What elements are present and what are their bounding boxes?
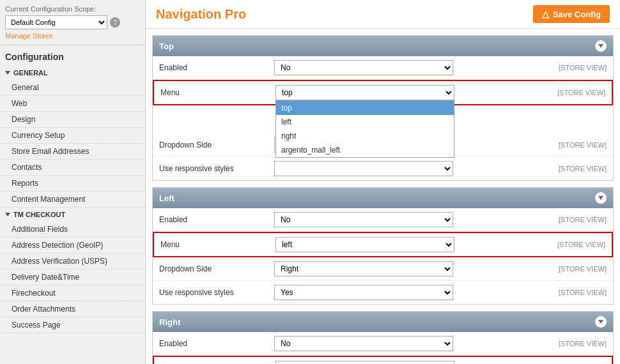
left-menu-control: left	[275, 237, 548, 252]
left-dropdown-side-control: Right	[274, 261, 549, 277]
sidebar-item-success-page[interactable]: Success Page	[0, 317, 145, 333]
sidebar-item-firecheckout[interactable]: Firecheckout	[0, 285, 145, 301]
section-right-header[interactable]: Right	[153, 312, 613, 332]
right-enabled-select[interactable]: No	[274, 336, 453, 351]
sidebar-item-reports[interactable]: Reports	[0, 176, 145, 192]
sidebar: Current Configuration Scope: Default Con…	[0, 0, 146, 364]
save-icon: △	[542, 9, 549, 19]
section-top-header[interactable]: Top	[153, 36, 613, 56]
main-header: Navigation Pro △ Save Config	[146, 0, 620, 29]
left-enabled-control: No	[274, 212, 549, 227]
sidebar-item-order-attachments[interactable]: Order Attachments	[0, 301, 145, 317]
scope-select[interactable]: Default Config	[5, 15, 107, 29]
section-left-header[interactable]: Left	[153, 188, 613, 208]
sidebar-item-delivery-date[interactable]: Delivery Date&Time	[0, 269, 145, 285]
save-config-button[interactable]: △ Save Config	[533, 5, 610, 23]
top-responsive-store-view: [STORE VIEW]	[549, 165, 607, 172]
dropdown-option-left[interactable]: left	[276, 115, 454, 129]
sidebar-item-content[interactable]: Content Management	[0, 192, 145, 208]
top-enabled-row: Enabled No [STORE VIEW]	[153, 56, 613, 80]
right-enabled-control: No	[274, 336, 549, 351]
top-menu-select[interactable]: top	[275, 85, 454, 100]
sidebar-item-design[interactable]: Design	[0, 112, 145, 128]
section-left-title: Left	[159, 193, 174, 203]
top-responsive-select[interactable]	[274, 161, 453, 176]
left-menu-row: Menu left [STORE VIEW]	[153, 232, 613, 257]
scope-help-icon[interactable]: ?	[110, 17, 120, 27]
top-responsive-label: Use responsive styles	[159, 164, 274, 173]
section-right-title: Right	[159, 317, 180, 327]
section-top-body: Enabled No [STORE VIEW] Menu top	[153, 56, 613, 180]
sidebar-item-contacts[interactable]: Contacts	[0, 160, 145, 176]
config-header: Configuration	[0, 45, 145, 66]
left-responsive-control: Yes	[274, 285, 549, 300]
scope-select-row: Default Config ?	[5, 15, 140, 29]
top-enabled-store-view: [STORE VIEW]	[549, 64, 607, 72]
left-enabled-row: Enabled No [STORE VIEW]	[153, 208, 613, 232]
top-enabled-select[interactable]: No	[274, 60, 453, 75]
left-responsive-store-view: [STORE VIEW]	[549, 289, 607, 296]
scope-label: Current Configuration Scope:	[5, 5, 140, 13]
top-menu-store-view: [STORE VIEW]	[548, 89, 605, 96]
section-top-toggle[interactable]	[595, 40, 607, 52]
checkout-section-arrow	[5, 213, 10, 216]
dropdown-option-argento[interactable]: argento_mall_left	[276, 143, 454, 157]
sidebar-item-web[interactable]: Web	[0, 96, 145, 112]
sidebar-item-currency[interactable]: Currency Setup	[0, 128, 145, 144]
general-section-arrow	[5, 71, 10, 75]
left-enabled-store-view: [STORE VIEW]	[549, 216, 607, 224]
top-menu-dropdown-overlay: top left right argento_mall_left	[275, 100, 454, 158]
sidebar-item-additional-fields[interactable]: Additional Fields	[0, 222, 145, 238]
top-menu-control: top top left right argento_mall_left	[275, 85, 548, 100]
section-top-toggle-arrow	[598, 44, 603, 48]
save-button-label: Save Config	[553, 10, 601, 19]
sidebar-section-general: GENERAL General Web Design Currency Setu…	[0, 66, 145, 208]
manage-stores-link[interactable]: Manage Stores	[5, 32, 140, 40]
dropdown-option-right[interactable]: right	[276, 129, 454, 143]
left-responsive-select[interactable]: Yes	[274, 285, 453, 300]
right-menu-control: right	[275, 361, 548, 364]
left-dropdown-side-select[interactable]: Right	[274, 261, 453, 277]
checkout-section-items: Additional Fields Address Detection (Geo…	[0, 222, 145, 333]
sidebar-section-checkout-header[interactable]: TM CHECKOUT	[0, 208, 145, 222]
top-dropdown-side-label: Dropdown Side	[159, 140, 274, 149]
top-menu-label: Menu	[160, 88, 275, 97]
general-section-items: General Web Design Currency Setup Store …	[0, 80, 145, 208]
sidebar-item-general[interactable]: General	[0, 80, 145, 96]
left-dropdown-side-label: Dropdown Side	[159, 264, 274, 273]
sidebar-item-address-detection[interactable]: Address Detection (GeoIP)	[0, 238, 145, 254]
sidebar-item-store-email[interactable]: Store Email Addresses	[0, 144, 145, 160]
right-enabled-row: Enabled No [STORE VIEW]	[153, 332, 613, 356]
right-menu-row: Menu right [STORE VIEW]	[153, 356, 613, 364]
sidebar-section-general-header[interactable]: GENERAL	[0, 66, 145, 80]
section-right-body: Enabled No [STORE VIEW] Menu right	[153, 332, 613, 364]
left-responsive-row: Use responsive styles Yes [STORE VIEW]	[153, 281, 613, 304]
top-responsive-row: Use responsive styles [STORE VIEW]	[153, 157, 613, 180]
section-right-toggle[interactable]	[595, 316, 607, 328]
section-left-toggle-arrow	[598, 196, 603, 200]
right-menu-select[interactable]: right	[275, 361, 454, 364]
top-dropdown-side-store-view: [STORE VIEW]	[549, 141, 607, 149]
sidebar-item-address-verification[interactable]: Address Verification (USPS)	[0, 254, 145, 269]
top-responsive-control	[274, 161, 549, 176]
section-left-toggle[interactable]	[595, 192, 607, 204]
left-dropdown-side-store-view: [STORE VIEW]	[549, 265, 607, 273]
dropdown-option-top[interactable]: top	[276, 101, 454, 115]
section-right: Right Enabled No [STORE VIEW] Menu	[152, 311, 614, 364]
top-enabled-label: Enabled	[159, 63, 274, 72]
top-menu-row: Menu top top left right argento_mall_lef…	[153, 80, 613, 105]
left-enabled-select[interactable]: No	[274, 212, 453, 227]
checkout-section-label: TM CHECKOUT	[13, 211, 65, 218]
section-left-body: Enabled No [STORE VIEW] Menu left	[153, 208, 613, 304]
left-menu-select[interactable]: left	[275, 237, 454, 252]
section-right-toggle-arrow	[598, 320, 603, 324]
section-left: Left Enabled No [STORE VIEW] Menu	[152, 187, 614, 305]
left-menu-store-view: [STORE VIEW]	[548, 241, 605, 248]
left-dropdown-side-row: Dropdown Side Right [STORE VIEW]	[153, 257, 613, 281]
main-content: Navigation Pro △ Save Config Top Enabled	[146, 0, 620, 364]
right-enabled-store-view: [STORE VIEW]	[549, 340, 607, 347]
sidebar-section-checkout: TM CHECKOUT Additional Fields Address De…	[0, 208, 145, 333]
top-enabled-control: No	[274, 60, 549, 75]
left-enabled-label: Enabled	[159, 215, 274, 224]
left-responsive-label: Use responsive styles	[159, 288, 274, 297]
